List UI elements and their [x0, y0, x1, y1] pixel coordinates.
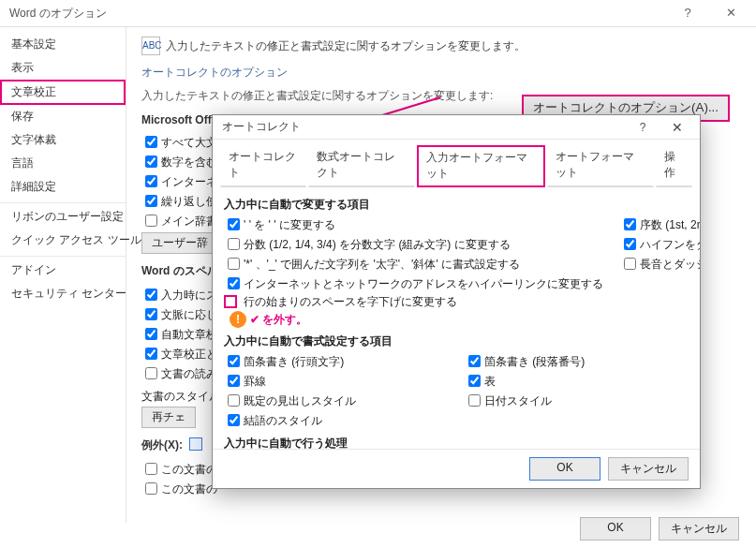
g1-l3[interactable]: インターネットとネットワークのアドレスをハイパーリンクに変更する: [224, 274, 603, 293]
recheck-button[interactable]: 再チェ: [141, 407, 196, 428]
options-title: Word のオプション: [9, 0, 666, 26]
g1-r1[interactable]: ハイフンをダッシュに変更する: [620, 234, 700, 254]
g1-l2[interactable]: '*' 、'_' で囲んだ文字列を '太字'、'斜体' に書式設定する: [224, 254, 603, 274]
options-ok-button[interactable]: OK: [580, 517, 651, 541]
g2-r1[interactable]: 表: [465, 371, 689, 391]
user-dictionary-button[interactable]: ユーザー辞: [141, 232, 218, 254]
g2-l0[interactable]: 箇条書き (行頭文字): [224, 351, 448, 371]
g1-highlight-row[interactable]: 行の始まりのスペースを字下げに変更する: [224, 293, 603, 311]
group-replace: ' ' を ' ' に変更する 分数 (1/2, 1/4, 3/4) を分数文字…: [224, 215, 689, 328]
g2-l3[interactable]: 結語のスタイル: [224, 410, 448, 430]
group-apply: 箇条書き (行頭文字) 罫線 既定の見出しスタイル 結語のスタイル 箇条書き (…: [224, 351, 689, 430]
group-auto-title: 入力中に自動で行う処理: [224, 436, 689, 449]
options-cancel-button[interactable]: キャンセル: [659, 517, 739, 541]
tab-autoformat-typing[interactable]: 入力オートフォーマット: [417, 145, 545, 187]
g1-l0[interactable]: ' ' を ' ' に変更する: [224, 215, 603, 234]
options-footer: OK キャンセル: [580, 517, 739, 541]
document-icon: [189, 437, 202, 451]
main-heading-text: 入力したテキストの修正と書式設定に関するオプションを変更します。: [166, 38, 526, 54]
g2-r2[interactable]: 日付スタイル: [465, 391, 689, 410]
ac-title: オートコレクト: [222, 119, 627, 135]
sidebar-item-typography[interactable]: 文字体裁: [0, 128, 126, 152]
annotation-uncheck: ! ✔ を外す。: [230, 311, 307, 328]
sidebar-item-proofing[interactable]: 文章校正: [0, 80, 126, 105]
g1-r2[interactable]: 長音とダッシュを正しく使い分ける: [620, 254, 700, 274]
main-heading: ABC 入力したテキストの修正と書式設定に関するオプションを変更します。: [141, 37, 747, 55]
group-apply-title: 入力中に自動で書式設定する項目: [224, 333, 689, 349]
ac-cancel-button[interactable]: キャンセル: [608, 457, 689, 481]
sidebar-item-basic[interactable]: 基本設定: [0, 33, 126, 56]
proofing-icon: ABC: [141, 37, 160, 55]
tab-math-autocorrect[interactable]: 数式オートコレクト: [308, 145, 415, 187]
sidebar-item-addins[interactable]: アドイン: [0, 256, 126, 282]
group-replace-title: 入力中に自動で変更する項目: [224, 197, 689, 213]
g2-l1[interactable]: 罫線: [224, 371, 448, 391]
close-icon[interactable]: ✕: [709, 0, 752, 26]
ac-tabs: オートコレクト 数式オートコレクト 入力オートフォーマット オートフォーマット …: [213, 140, 700, 187]
tab-autocorrect[interactable]: オートコレクト: [220, 145, 306, 187]
section-autocorrect-title: オートコレクトのオプション: [141, 65, 747, 81]
options-titlebar: Word のオプション ? ✕: [0, 0, 756, 26]
g2-l2[interactable]: 既定の見出しスタイル: [224, 391, 448, 410]
ac-body: 入力中に自動で変更する項目 ' ' を ' ' に変更する 分数 (1/2, 1…: [213, 187, 700, 449]
autocorrect-dialog: オートコレクト ? ✕ オートコレクト 数式オートコレクト 入力オートフォーマッ…: [212, 114, 701, 489]
help-icon[interactable]: ?: [627, 121, 659, 134]
sidebar-item-trust[interactable]: セキュリティ センター: [0, 282, 126, 305]
g1-r0[interactable]: 序数 (1st, 2nd, 3rd, ...) を上付き文字に変更する: [620, 215, 700, 234]
ac-footer: OK キャンセル: [213, 449, 700, 488]
sidebar-item-save[interactable]: 保存: [0, 105, 126, 128]
sidebar-item-display[interactable]: 表示: [0, 56, 126, 80]
tab-actions[interactable]: 操作: [656, 145, 692, 187]
annotation-badge-icon: !: [230, 311, 246, 328]
options-sidebar: 基本設定 表示 文章校正 保存 文字体裁 言語 詳細設定 リボンのユーザー設定 …: [0, 27, 126, 523]
help-icon[interactable]: ?: [666, 0, 709, 26]
highlighted-checkbox[interactable]: [224, 295, 237, 308]
g1-highlight-label: 行の始まりのスペースを字下げに変更する: [244, 295, 457, 308]
close-icon[interactable]: ✕: [659, 120, 696, 135]
sidebar-item-qat[interactable]: クイック アクセス ツール バー: [0, 229, 126, 252]
ac-titlebar: オートコレクト ? ✕: [213, 115, 700, 140]
sidebar-item-ribbon[interactable]: リボンのユーザー設定: [0, 202, 126, 229]
sidebar-item-advanced[interactable]: 詳細設定: [0, 175, 126, 199]
tab-autoformat[interactable]: オートフォーマット: [547, 145, 654, 187]
g1-l1[interactable]: 分数 (1/2, 1/4, 3/4) を分数文字 (組み文字) に変更する: [224, 234, 603, 254]
sidebar-item-language[interactable]: 言語: [0, 152, 126, 175]
ac-ok-button[interactable]: OK: [529, 457, 600, 481]
g2-r0[interactable]: 箇条書き (段落番号): [465, 351, 689, 371]
